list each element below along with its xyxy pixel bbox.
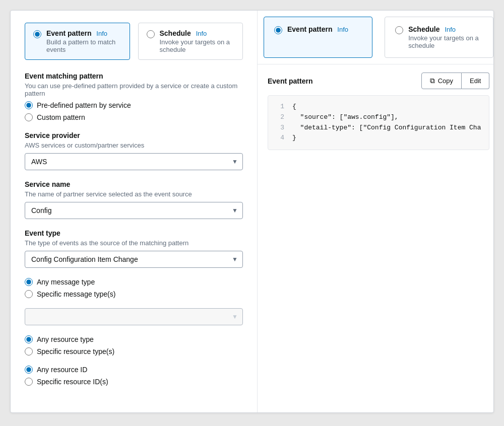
- right-event-pattern-info[interactable]: Info: [337, 26, 348, 33]
- any-message-type-radio[interactable]: [25, 278, 33, 286]
- schedule-card[interactable]: Schedule Info Invoke your targets on a s…: [138, 23, 243, 60]
- specific-message-type-label: Specific message type(s): [37, 290, 115, 298]
- main-card: Event pattern Info Build a pattern to ma…: [10, 10, 494, 413]
- event-type-field: Event type The type of events as the sou…: [25, 229, 243, 268]
- right-top-options: Event pattern Info Schedule Info Invoke …: [258, 11, 494, 64]
- line-content-2: "source": ["aws.config"],: [292, 112, 399, 123]
- specific-resource-id-label: Specific resource ID(s): [37, 378, 108, 386]
- service-name-field: Service name The name of partner service…: [25, 180, 243, 219]
- right-schedule-label: Schedule: [408, 25, 439, 33]
- edit-button[interactable]: Edit: [462, 73, 489, 89]
- any-resource-id-option[interactable]: Any resource ID: [25, 366, 243, 374]
- action-buttons: ⧉ Copy Edit: [421, 73, 490, 89]
- service-name-label: Service name: [25, 180, 243, 188]
- line-num-4: 4: [276, 133, 284, 144]
- specific-message-type-radio[interactable]: [25, 290, 33, 298]
- right-schedule-description: Invoke your targets on a schedule: [408, 34, 483, 49]
- service-name-desc: The name of partner service selected as …: [25, 190, 243, 198]
- predefined-pattern-option[interactable]: Pre-defined pattern by service: [25, 101, 243, 109]
- service-provider-select[interactable]: AWS Custom/Partner services: [25, 153, 243, 170]
- event-type-select-wrapper: Config Configuration Item Change Config …: [25, 251, 243, 268]
- any-message-type-label: Any message type: [37, 278, 95, 286]
- line-num-1: 1: [276, 102, 284, 112]
- schedule-info-link[interactable]: Info: [196, 30, 207, 37]
- line-content-3: "detail-type": ["Config Configuration It…: [292, 123, 481, 133]
- service-provider-select-wrapper: AWS Custom/Partner services ▼: [25, 153, 243, 170]
- event-pattern-code: 1 { 2 "source": ["aws.config"], 3 "detai…: [268, 95, 489, 150]
- event-pattern-radio[interactable]: [33, 30, 41, 38]
- any-resource-type-label: Any resource type: [37, 335, 94, 343]
- right-panel: Event pattern Info Schedule Info Invoke …: [258, 11, 494, 412]
- custom-pattern-label: Custom pattern: [37, 113, 85, 121]
- custom-pattern-radio[interactable]: [25, 113, 33, 121]
- code-line-3: 3 "detail-type": ["Config Configuration …: [276, 123, 481, 133]
- specific-resource-id-radio[interactable]: [25, 378, 33, 386]
- right-schedule-radio[interactable]: [395, 26, 403, 34]
- line-num-3: 3: [276, 123, 284, 133]
- specific-resource-type-option[interactable]: Specific resource type(s): [25, 347, 243, 356]
- any-resource-id-radio[interactable]: [25, 366, 33, 374]
- service-name-select[interactable]: Config EC2 S3 CloudTrail: [25, 202, 243, 219]
- event-pattern-code-title: Event pattern: [268, 77, 312, 85]
- left-panel: Event pattern Info Build a pattern to ma…: [11, 11, 258, 412]
- specific-resource-id-option[interactable]: Specific resource ID(s): [25, 378, 243, 386]
- any-message-type-option[interactable]: Any message type: [25, 278, 243, 286]
- right-event-pattern-label: Event pattern: [287, 25, 332, 33]
- message-type-radio-group: Any message type Specific message type(s…: [25, 278, 243, 298]
- resource-id-radio-group: Any resource ID Specific resource ID(s): [25, 366, 243, 386]
- line-content-1: {: [292, 102, 296, 112]
- event-pattern-info-link[interactable]: Info: [96, 30, 107, 37]
- resource-type-section: Any resource type Specific resource type…: [25, 335, 243, 356]
- edit-label: Edit: [470, 77, 481, 85]
- event-pattern-title: Event pattern: [46, 29, 91, 37]
- event-pattern-card[interactable]: Event pattern Info Build a pattern to ma…: [25, 23, 130, 60]
- event-type-label: Event type: [25, 229, 243, 237]
- specific-resource-type-label: Specific resource type(s): [37, 347, 114, 356]
- line-content-4: }: [292, 133, 296, 144]
- specific-message-type-option[interactable]: Specific message type(s): [25, 290, 243, 298]
- event-type-select[interactable]: Config Configuration Item Change Config …: [25, 251, 243, 268]
- event-matching-title: Event matching pattern: [25, 72, 243, 80]
- specific-message-select: [25, 308, 243, 325]
- predefined-pattern-radio[interactable]: [25, 101, 33, 109]
- resource-type-radio-group: Any resource type Specific resource type…: [25, 335, 243, 356]
- event-pattern-header: Event pattern ⧉ Copy Edit: [268, 73, 489, 89]
- service-name-select-wrapper: Config EC2 S3 CloudTrail ▼: [25, 202, 243, 219]
- schedule-radio[interactable]: [147, 30, 155, 38]
- copy-label: Copy: [438, 77, 453, 85]
- event-type-desc: The type of events as the source of the …: [25, 239, 243, 247]
- specific-message-select-wrapper: ▼: [25, 308, 243, 325]
- top-options: Event pattern Info Build a pattern to ma…: [25, 23, 243, 60]
- event-pattern-code-section: Event pattern ⧉ Copy Edit 1 {: [258, 64, 494, 158]
- service-provider-field: Service provider AWS services or custom/…: [25, 131, 243, 170]
- copy-button[interactable]: ⧉ Copy: [421, 73, 462, 89]
- any-resource-type-radio[interactable]: [25, 335, 33, 343]
- any-resource-id-label: Any resource ID: [37, 366, 87, 374]
- custom-pattern-option[interactable]: Custom pattern: [25, 113, 243, 121]
- right-event-pattern-card[interactable]: Event pattern Info: [264, 17, 372, 58]
- copy-icon: ⧉: [430, 77, 435, 85]
- code-line-1: 1 {: [276, 102, 481, 112]
- event-matching-desc: You can use pre-defined pattern provided…: [25, 82, 243, 97]
- line-num-2: 2: [276, 112, 284, 123]
- predefined-pattern-label: Pre-defined pattern by service: [37, 101, 131, 109]
- code-line-2: 2 "source": ["aws.config"],: [276, 112, 481, 123]
- service-provider-desc: AWS services or custom/partner services: [25, 141, 243, 149]
- schedule-title: Schedule: [160, 29, 191, 37]
- event-matching-section: Event matching pattern You can use pre-d…: [25, 72, 243, 121]
- code-line-4: 4 }: [276, 133, 481, 144]
- message-type-section: Any message type Specific message type(s…: [25, 278, 243, 325]
- right-schedule-card[interactable]: Schedule Info Invoke your targets on a s…: [385, 17, 493, 58]
- event-pattern-description: Build a pattern to match events: [46, 38, 121, 53]
- specific-resource-type-radio[interactable]: [25, 347, 33, 356]
- schedule-description: Invoke your targets on a schedule: [160, 38, 235, 53]
- event-matching-radio-group: Pre-defined pattern by service Custom pa…: [25, 101, 243, 121]
- right-event-pattern-radio[interactable]: [274, 26, 282, 34]
- right-schedule-info[interactable]: Info: [445, 26, 456, 33]
- resource-id-section: Any resource ID Specific resource ID(s): [25, 366, 243, 386]
- service-provider-label: Service provider: [25, 131, 243, 139]
- any-resource-type-option[interactable]: Any resource type: [25, 335, 243, 343]
